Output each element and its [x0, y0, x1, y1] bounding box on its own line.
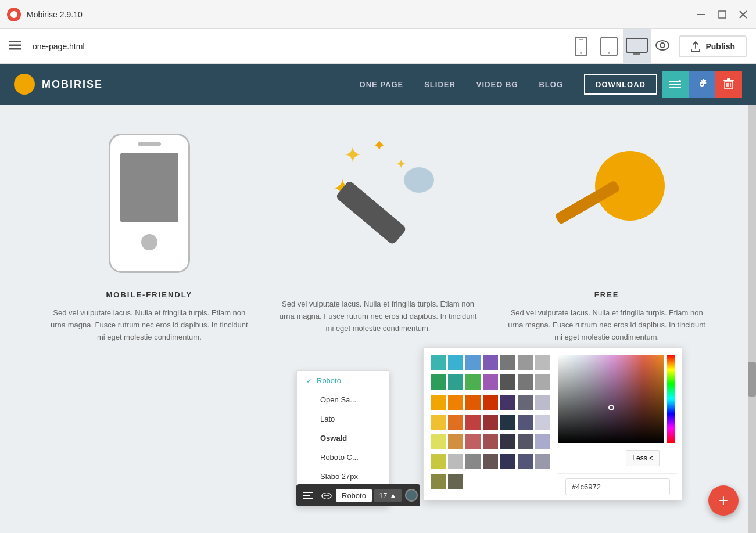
- swatch-purple2[interactable]: [483, 374, 498, 390]
- font-size-selector[interactable]: 17 ▲: [374, 489, 402, 502]
- swatch-navy2[interactable]: [518, 415, 533, 430]
- swatch-slate2[interactable]: [535, 395, 550, 410]
- swatch-green2[interactable]: [465, 374, 481, 390]
- swatch-yellow1[interactable]: [431, 415, 446, 430]
- svg-point-12: [608, 52, 610, 54]
- font-item-oswald[interactable]: Oswald: [297, 428, 389, 448]
- nav-delete-button[interactable]: [715, 71, 742, 98]
- feature-columns: MOBILE-FRIENDLY Sed vel vulputate lacus.…: [0, 105, 756, 355]
- swatch-slate1[interactable]: [518, 395, 533, 410]
- swatch-tan1[interactable]: [448, 434, 463, 449]
- nav-reorder-button[interactable]: [662, 71, 689, 98]
- swatch-brown1[interactable]: [483, 454, 498, 469]
- swatch-gray4[interactable]: [500, 374, 515, 390]
- nav-one-page[interactable]: ONE PAGE: [360, 80, 404, 89]
- swatch-red2[interactable]: [465, 415, 481, 430]
- nav-video-bg[interactable]: VIDEO BG: [476, 80, 518, 89]
- svg-rect-1: [697, 14, 705, 15]
- device-tablet-button[interactable]: [595, 29, 623, 64]
- align-button[interactable]: [299, 486, 317, 505]
- swatch-teal2[interactable]: [448, 374, 463, 390]
- swatch-lavender[interactable]: [535, 415, 550, 430]
- preview-icon[interactable]: [655, 40, 669, 53]
- swatch-orange4[interactable]: [448, 415, 463, 430]
- swatch-red3[interactable]: [483, 415, 498, 430]
- add-fab[interactable]: +: [708, 485, 739, 516]
- swatch-red1[interactable]: [483, 395, 498, 410]
- swatch-gray5[interactable]: [518, 374, 533, 390]
- font-label: Open Sa...: [320, 395, 356, 404]
- phone-home-btn: [141, 234, 157, 250]
- link-button[interactable]: [317, 486, 336, 505]
- swatch-green1[interactable]: [431, 374, 446, 390]
- device-mobile-button[interactable]: [567, 29, 595, 64]
- swatch-dark1[interactable]: [500, 434, 515, 449]
- svg-rect-15: [630, 55, 643, 55]
- nav-blog[interactable]: BLOG: [539, 80, 563, 89]
- font-item-roboto-c[interactable]: Roboto C...: [297, 448, 389, 467]
- swatch-gray3[interactable]: [535, 355, 550, 370]
- swatch-olive2[interactable]: [431, 474, 446, 489]
- font-item-lato[interactable]: Lato: [297, 409, 389, 428]
- swatch-rose1[interactable]: [465, 434, 481, 449]
- swatch-darkblue1[interactable]: [500, 454, 515, 469]
- hex-input[interactable]: [565, 478, 670, 495]
- wand-tip: [404, 167, 434, 193]
- nav-links: ONE PAGE SLIDER VIDEO BG BLOG DOWNLOAD: [360, 74, 657, 95]
- minimize-button[interactable]: [696, 9, 707, 20]
- swatch-light1[interactable]: [535, 434, 550, 449]
- swatch-navy1[interactable]: [500, 415, 515, 430]
- font-item-slabo[interactable]: Slabo 27px: [297, 467, 389, 486]
- nav-slider[interactable]: SLIDER: [424, 80, 456, 89]
- gradient-area: Less <: [558, 348, 682, 500]
- svg-point-0: [10, 11, 17, 18]
- swatch-gray1[interactable]: [500, 355, 515, 370]
- svg-rect-13: [626, 38, 647, 52]
- swatch-purple1[interactable]: [483, 355, 498, 370]
- swatch-silver3[interactable]: [535, 454, 550, 469]
- font-item-roboto[interactable]: ✓ Roboto: [297, 371, 389, 390]
- swatch-gray2[interactable]: [518, 355, 533, 370]
- swatch-silver2[interactable]: [465, 454, 481, 469]
- wand-svg: ✦ ✦ ✦ ✦: [314, 128, 442, 279]
- font-item-open-sans[interactable]: Open Sa...: [297, 390, 389, 409]
- maximize-button[interactable]: [716, 9, 728, 20]
- swatch-indigo1[interactable]: [500, 395, 515, 410]
- publish-button[interactable]: Publish: [679, 35, 747, 57]
- device-desktop-button[interactable]: [623, 29, 651, 64]
- font-label: Slabo 27px: [320, 472, 358, 481]
- font-label: Oswald: [320, 434, 347, 442]
- hue-strip[interactable]: [667, 355, 675, 443]
- swatch-olive1[interactable]: [431, 454, 446, 469]
- color-picker-top: Less <: [424, 348, 682, 500]
- swatch-rose2[interactable]: [483, 434, 498, 449]
- menu-icon[interactable]: [9, 41, 21, 52]
- color-picker-popup: Less <: [423, 347, 682, 500]
- nav-settings-button[interactable]: [689, 71, 715, 98]
- swatch-silver1[interactable]: [448, 454, 463, 469]
- download-button[interactable]: DOWNLOAD: [584, 74, 657, 95]
- font-family-selector[interactable]: Roboto: [336, 489, 372, 502]
- swatch-orange2[interactable]: [448, 395, 463, 410]
- swatch-blue1[interactable]: [448, 355, 463, 370]
- swatch-dark2[interactable]: [518, 434, 533, 449]
- less-button[interactable]: Less <: [626, 450, 660, 466]
- swatch-orange1[interactable]: [431, 395, 446, 410]
- color-picker-button[interactable]: [405, 489, 418, 502]
- svg-rect-14: [633, 53, 640, 55]
- svg-point-17: [660, 43, 665, 48]
- swatch-darkblue2[interactable]: [518, 454, 533, 469]
- swatch-blue2[interactable]: [465, 355, 481, 370]
- scrollbar-track: [748, 105, 756, 533]
- swatch-teal[interactable]: [431, 355, 446, 370]
- window-controls: [696, 9, 749, 20]
- color-cursor: [608, 405, 614, 410]
- color-gradient-picker[interactable]: [558, 355, 664, 443]
- close-button[interactable]: [737, 9, 749, 20]
- col-mobile-friendly: MOBILE-FRIENDLY Sed vel vulputate lacus.…: [35, 128, 264, 343]
- swatch-orange3[interactable]: [465, 395, 481, 410]
- swatch-yellow2[interactable]: [431, 434, 446, 449]
- swatch-gray6[interactable]: [535, 374, 550, 390]
- swatch-olive3[interactable]: [448, 474, 463, 489]
- scrollbar-thumb[interactable]: [748, 362, 756, 397]
